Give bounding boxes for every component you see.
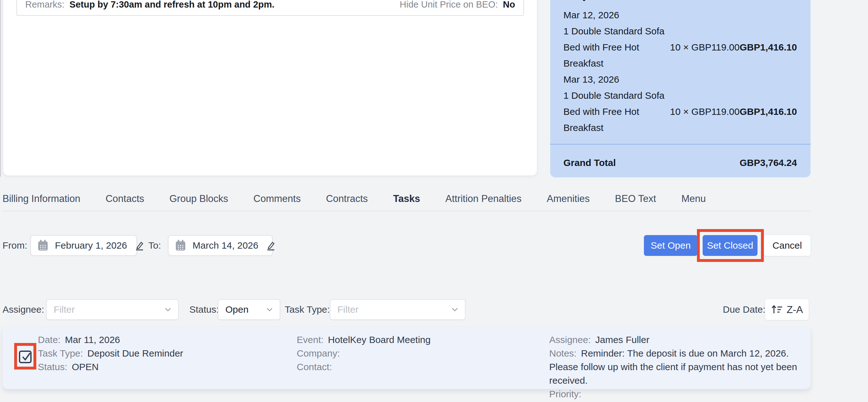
due-date-label: Due Date: [723,299,766,320]
assignee-filter-label: Assignee: [2,299,44,320]
task-event-value: HotelKey Board Meeting [328,335,431,345]
task-type-value: Deposit Due Reminder [87,348,183,359]
task-summary-column: Date:Mar 11, 2026 Task Type:Deposit Due … [38,333,183,374]
cancel-button[interactable]: Cancel [764,235,811,256]
task-assignee-value: James Fuller [595,335,650,345]
line-item-qty-price: 10 × GBP119.00 [665,106,740,117]
status-filter-select[interactable]: Open [218,299,280,320]
edit-pencil-icon[interactable] [265,240,276,251]
sort-direction-label: Z-A [786,304,803,315]
tab-contracts[interactable]: Contracts [326,193,368,205]
tab-amenities[interactable]: Amenities [547,193,590,205]
tab-billing-information[interactable]: Billing Information [2,193,80,205]
grand-total-divider [550,144,811,145]
sort-descending-icon [771,304,783,315]
assignee-filter-select[interactable]: Filter [46,299,179,320]
task-status-value: OPEN [72,362,98,372]
event-tasks-screen: Remarks: Setup by 7:30am and refresh at … [0,0,868,402]
calendar-icon [37,239,49,252]
to-date-value: March 14, 2026 [192,240,258,251]
tab-bar-divider [2,211,811,211]
line-item-total: GBP1,416.10 [740,42,797,53]
status-filter-label: Status: [189,299,219,320]
from-date-field[interactable]: February 1, 2026 [30,235,137,256]
task-type-label: Task Type: [38,348,83,359]
remarks-field[interactable]: Remarks: Setup by 7:30am and refresh at … [17,0,524,16]
task-event-label: Event: [297,335,323,345]
tab-menu[interactable]: Menu [681,193,706,205]
chevron-down-icon [165,308,171,311]
chevron-down-icon [452,308,458,311]
to-label: To: [148,235,161,256]
remarks-label: Remarks: [25,0,64,10]
task-checkbox-icon[interactable] [17,348,33,365]
to-date-field[interactable]: March 14, 2026 [168,235,273,256]
set-closed-button[interactable]: Set Closed [703,235,757,256]
task-notes-label: Notes: [549,348,577,359]
task-assignee-label: Assignee: [549,335,591,345]
line-item-qty-price: 10 × GBP119.00 [665,42,740,53]
from-date-value: February 1, 2026 [55,240,127,251]
task-type-filter-label: Task Type: [285,299,330,320]
event-tab-bar: Billing Information Contacts Group Block… [2,193,811,205]
grand-total-label: Grand Total [563,155,616,171]
chevron-down-icon [267,308,273,311]
task-type-filter-placeholder: Filter [337,304,359,315]
pricing-summary-panel: Mar 12, 2026 1 Double Standard Sofa Bed … [550,0,811,177]
tab-contacts[interactable]: Contacts [105,193,144,205]
remarks-value: Setup by 7:30am and refresh at 10pm and … [69,0,274,10]
grand-total-value: GBP3,764.24 [740,155,797,171]
grand-total-row: Grand Total GBP3,764.24 [563,155,797,171]
tab-comments[interactable]: Comments [253,193,301,205]
tab-tasks[interactable]: Tasks [393,193,420,205]
hide-unit-price-value: No [503,0,515,10]
edit-pencil-icon[interactable] [133,240,145,251]
line-item-date: Mar 12, 2026 [563,7,797,23]
task-list-item[interactable]: Date:Mar 11, 2026 Task Type:Deposit Due … [2,327,811,389]
set-open-button[interactable]: Set Open [644,235,698,256]
task-priority-label: Priority: [549,389,581,399]
task-date-value: Mar 11, 2026 [65,335,120,345]
line-item-total: GBP1,416.10 [740,106,797,117]
status-filter-value: Open [225,304,248,315]
tab-group-blocks[interactable]: Group Blocks [169,193,228,205]
tab-beo-text[interactable]: BEO Text [615,193,656,205]
task-notes-value: Reminder: The deposit is due on March 12… [549,348,797,385]
line-item-product: 1 Double Standard Sofa Bed with Free Hot… [563,23,665,71]
from-label: From: [2,235,27,256]
task-assignee-column: Assignee:James Fuller Notes:Reminder: Th… [549,333,802,401]
task-event-column: Event:HotelKey Board Meeting Company: Co… [297,333,431,374]
annotation-box-checkbox [14,343,36,370]
line-item-product: 1 Double Standard Sofa Bed with Free Hot… [563,87,665,136]
clipped-text-fragment [583,0,585,1]
task-date-label: Date: [38,335,61,345]
line-item-row: 1 Double Standard Sofa Bed with Free Hot… [563,23,797,71]
hide-unit-price-label: Hide Unit Price on BEO: [400,0,498,10]
left-edge-divider [0,0,1,177]
task-status-label: Status: [38,362,67,372]
task-type-filter-select[interactable]: Filter [330,299,466,320]
task-company-label: Company: [297,348,340,359]
event-details-card: Remarks: Setup by 7:30am and refresh at … [2,0,537,176]
line-item-date: Mar 13, 2026 [563,71,797,87]
task-contact-label: Contact: [297,362,332,372]
tab-attrition-penalties[interactable]: Attrition Penalties [445,193,521,205]
calendar-icon [175,239,186,252]
line-item-row: 1 Double Standard Sofa Bed with Free Hot… [563,87,797,136]
assignee-filter-placeholder: Filter [54,304,75,315]
due-date-sort-button[interactable]: Z-A [765,299,809,320]
